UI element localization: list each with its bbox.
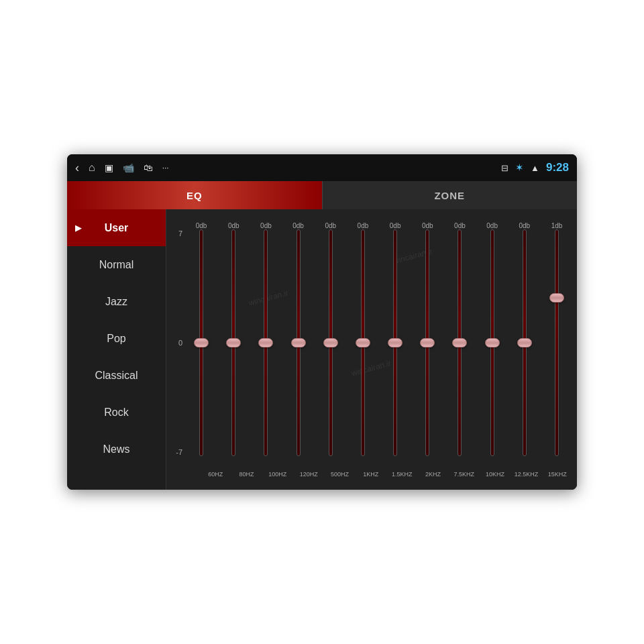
slider-col-11	[541, 229, 573, 471]
sidebar-item-normal[interactable]: Normal	[67, 246, 166, 283]
slider-track-10[interactable]	[523, 229, 527, 456]
freq-label-3: 120HZ	[293, 471, 324, 478]
slider-handle-6[interactable]	[388, 338, 402, 347]
status-time: 9:28	[546, 161, 569, 174]
slider-col-8	[443, 229, 476, 471]
status-left: ‹ ⌂ ▣ 📹 🛍 ···	[75, 161, 169, 175]
slider-handle-10[interactable]	[517, 338, 532, 347]
freq-label-6: 1.5KHZ	[386, 471, 417, 478]
slider-handle-5[interactable]	[356, 338, 370, 347]
scale-bot: -7	[176, 448, 182, 456]
slider-col-6	[379, 229, 411, 471]
slider-handle-4[interactable]	[323, 338, 338, 347]
slider-track-9[interactable]	[490, 229, 494, 456]
back-icon[interactable]: ‹	[75, 161, 79, 175]
freq-label-5: 1KHZ	[356, 471, 386, 478]
slider-handle-2[interactable]	[258, 338, 273, 347]
slider-handle-8[interactable]	[452, 338, 467, 347]
sidebar-item-news[interactable]: News	[67, 431, 166, 468]
slider-handle-9[interactable]	[485, 338, 500, 347]
recents-icon[interactable]: ▣	[105, 162, 113, 173]
slider-col-3	[282, 229, 315, 471]
slider-track-1[interactable]	[231, 229, 235, 456]
slider-col-7	[411, 229, 443, 471]
freq-label-10: 12.5KHZ	[511, 471, 541, 478]
slider-handle-7[interactable]	[420, 338, 435, 347]
slider-handle-0[interactable]	[194, 338, 209, 347]
freq-label-11: 15KHZ	[542, 471, 573, 478]
slider-track-5[interactable]	[361, 229, 365, 456]
db-label-3: 0db	[282, 222, 315, 229]
main-content: User Normal Jazz Pop Classical Rock	[67, 209, 577, 490]
camera-icon[interactable]: 📹	[123, 162, 134, 173]
slider-track-0[interactable]	[199, 229, 203, 456]
db-label-5: 0db	[347, 222, 379, 229]
db-label-6: 0db	[379, 222, 411, 229]
db-label-0: 0db	[185, 222, 217, 229]
slider-track-11[interactable]	[555, 229, 559, 456]
tab-zone[interactable]: ZONE	[322, 181, 578, 209]
home-icon[interactable]: ⌂	[89, 162, 95, 174]
scale-top: 7	[178, 229, 182, 237]
db-label-9: 0db	[476, 222, 508, 229]
scale-mid: 0	[178, 339, 182, 347]
sidebar-item-jazz[interactable]: Jazz	[67, 283, 166, 320]
sidebar: User Normal Jazz Pop Classical Rock	[67, 209, 166, 490]
slider-col-1	[217, 229, 250, 471]
slider-track-6[interactable]	[393, 229, 397, 456]
slider-track-7[interactable]	[425, 229, 429, 456]
sidebar-item-pop[interactable]: Pop	[67, 320, 166, 357]
eq-sliders	[185, 229, 573, 471]
db-labels-row: 0db0db0db0db0db0db0db0db0db0db0db1db	[170, 215, 573, 229]
cast-icon: ⊟	[501, 163, 508, 173]
device-screen: ‹ ⌂ ▣ 📹 🛍 ··· ⊟ ✶ ▲ 9:28 EQ ZONE	[67, 154, 577, 490]
slider-col-2	[250, 229, 282, 471]
freq-labels-row: 60HZ80HZ100HZ120HZ500HZ1KHZ1.5KHZ2KHZ7.5…	[170, 471, 573, 486]
bag-icon[interactable]: 🛍	[144, 162, 153, 173]
eq-sliders-area: 7 0 -7	[170, 229, 573, 471]
slider-track-8[interactable]	[458, 229, 462, 456]
freq-label-8: 7.5KHZ	[449, 471, 480, 478]
wifi-icon: ▲	[531, 163, 539, 173]
db-label-7: 0db	[411, 222, 443, 229]
db-label-2: 0db	[250, 222, 282, 229]
freq-label-0: 60HZ	[200, 471, 231, 478]
slider-track-4[interactable]	[329, 229, 333, 456]
sidebar-item-user[interactable]: User	[67, 209, 166, 246]
bluetooth-icon: ✶	[515, 162, 524, 174]
status-right: ⊟ ✶ ▲ 9:28	[501, 161, 569, 174]
slider-track-2[interactable]	[264, 229, 268, 456]
freq-label-2: 100HZ	[262, 471, 293, 478]
tab-eq[interactable]: EQ	[67, 181, 322, 209]
freq-label-7: 2KHZ	[417, 471, 448, 478]
sidebar-item-rock[interactable]: Rock	[67, 394, 166, 431]
db-label-11: 1db	[541, 222, 573, 229]
slider-handle-3[interactable]	[291, 338, 306, 347]
eq-scale: 7 0 -7	[170, 229, 185, 471]
freq-label-1: 80HZ	[231, 471, 262, 478]
slider-col-5	[347, 229, 379, 471]
slider-col-0	[185, 229, 217, 471]
slider-col-10	[508, 229, 541, 471]
db-label-1: 0db	[217, 222, 250, 229]
slider-handle-1[interactable]	[226, 338, 241, 347]
freq-label-4: 500HZ	[324, 471, 355, 478]
slider-col-4	[315, 229, 347, 471]
slider-handle-11[interactable]	[549, 293, 564, 303]
sidebar-item-classical[interactable]: Classical	[67, 357, 166, 394]
db-label-8: 0db	[443, 222, 476, 229]
freq-label-9: 10KHZ	[480, 471, 511, 478]
db-label-4: 0db	[315, 222, 347, 229]
slider-track-3[interactable]	[297, 229, 301, 456]
screen-wrapper: ‹ ⌂ ▣ 📹 🛍 ··· ⊟ ✶ ▲ 9:28 EQ ZONE	[0, 0, 644, 644]
tab-bar: EQ ZONE	[67, 181, 577, 209]
eq-panel: wincairan.ir wincairan.ir wincairan.ir 0…	[166, 209, 577, 490]
db-label-10: 0db	[508, 222, 541, 229]
more-icon[interactable]: ···	[162, 163, 169, 172]
status-bar: ‹ ⌂ ▣ 📹 🛍 ··· ⊟ ✶ ▲ 9:28	[67, 154, 577, 181]
slider-col-9	[476, 229, 508, 471]
